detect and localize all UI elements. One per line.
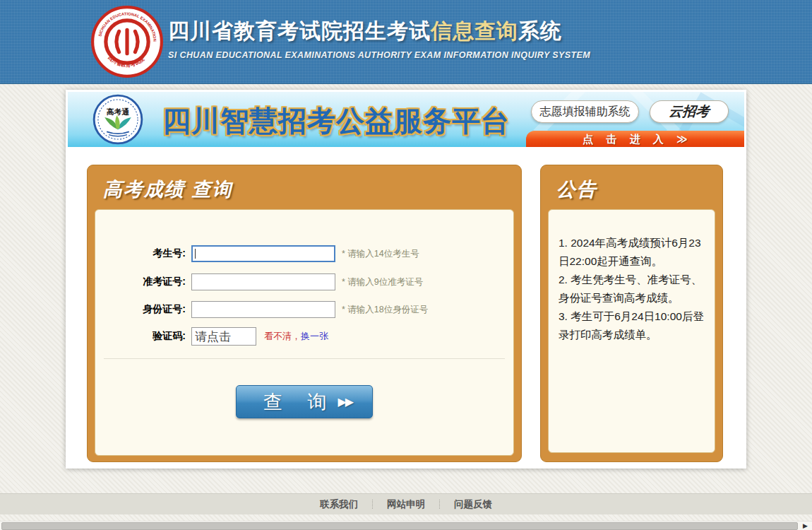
header-titles: 四川省教育考试院招生考试信息查询系统 SI CHUAN EDUCATIONAL … <box>168 17 590 60</box>
id-number-hint: * 请输入18位身份证号 <box>342 304 428 316</box>
query-panel-title: 高考成绩 查询 <box>88 165 521 202</box>
notice-line: 3. 考生可于6月24日10:00后登录打印高考成绩单。 <box>559 307 706 344</box>
candidate-number-hint: * 请输入14位考生号 <box>342 248 419 260</box>
notice-body: 1. 2024年高考成绩预计6月23日22:00起开通查询。 2. 考生凭考生号… <box>548 209 715 453</box>
form-separator <box>104 358 505 359</box>
id-number-row: 身份证号: * 请输入18位身份证号 <box>95 299 513 320</box>
site-subtitle: SI CHUAN EDUCATIONAL EXAMINATIONS AUTHOR… <box>168 50 590 60</box>
footer-link-contact-us[interactable]: 联系我们 <box>320 498 358 511</box>
title-highlight: 信息查询 <box>431 19 518 42</box>
footer: 联系我们 网站申明 问题反馈 <box>0 493 812 514</box>
platform-title: 四川智慧招考公益服务平台 <box>162 102 510 141</box>
page: SICHUAN EDUCATIONAL EXAMINATIONS AUTHORI… <box>0 0 812 530</box>
admission-ticket-label: 准考证号: <box>95 276 191 288</box>
notice-line: 1. 2024年高考成绩预计6月23日22:00起开通查询。 <box>559 234 706 271</box>
captcha-label: 验证码: <box>95 330 191 343</box>
captcha-row: 验证码: 请点击 看不清，换一张 <box>95 326 513 347</box>
platform-banner: 高考通 四川智慧招考公益服务平台 志愿填报辅助系统 云招考 点 击 进 入 ≫ <box>68 92 744 147</box>
notice-line: 2. 考生凭考生号、准考证号、身份证号查询高考成绩。 <box>559 271 706 307</box>
sichuan-exam-authority-seal-icon: SICHUAN EDUCATIONAL EXAMINATIONS AUTHORI… <box>90 5 164 78</box>
svg-text:高考通: 高考通 <box>107 107 130 116</box>
captcha-refresh-link[interactable]: 看不清，换一张 <box>264 330 328 343</box>
footer-divider <box>372 500 373 509</box>
content-wrapper: 高考通 四川智慧招考公益服务平台 志愿填报辅助系统 云招考 点 击 进 入 ≫ … <box>66 90 746 469</box>
scrollbar-thumb[interactable] <box>1 522 798 530</box>
site-header: SICHUAN EDUCATIONAL EXAMINATIONS AUTHORI… <box>0 0 812 84</box>
gaokaotong-logo-icon: 高考通 <box>92 94 143 145</box>
footer-link-site-statement[interactable]: 网站申明 <box>387 498 425 511</box>
footer-link-feedback[interactable]: 问题反馈 <box>454 498 492 511</box>
candidate-number-row: 考生号: * 请输入14位考生号 <box>95 243 513 264</box>
double-arrow-icon: ▶▶ <box>338 395 352 408</box>
admission-ticket-hint: * 请输入9位准考证号 <box>342 276 423 288</box>
double-chevron-icon: ≫ <box>676 133 688 145</box>
footer-divider <box>439 500 440 509</box>
candidate-number-input[interactable] <box>191 245 335 262</box>
notice-panel: 公告 1. 2024年高考成绩预计6月23日22:00起开通查询。 2. 考生凭… <box>540 165 723 462</box>
refresh-link-blue: 换一张 <box>301 331 328 341</box>
captcha-image[interactable]: 请点击 <box>191 327 256 346</box>
query-form: 考生号: * 请输入14位考生号 准考证号: * 请输入9位准考证号 身份证号:… <box>95 209 514 456</box>
query-submit-button[interactable]: 查 询 ▶▶ <box>236 385 373 418</box>
site-title: 四川省教育考试院招生考试信息查询系统 <box>168 17 590 46</box>
refresh-link-red: 看不清， <box>264 331 301 341</box>
id-number-input[interactable] <box>191 301 335 318</box>
admission-ticket-row: 准考证号: * 请输入9位准考证号 <box>95 271 513 293</box>
notice-panel-title: 公告 <box>541 165 722 202</box>
click-enter-bar[interactable]: 点 击 进 入 ≫ <box>526 131 744 147</box>
title-part1: 四川省教育考试院招生考试 <box>168 19 431 42</box>
enter-label: 点 击 进 入 <box>583 133 669 145</box>
candidate-number-label: 考生号: <box>95 247 191 260</box>
score-query-panel: 高考成绩 查询 考生号: * 请输入14位考生号 准考证号: * 请输入9位准考… <box>87 165 522 462</box>
cloud-exam-button[interactable]: 云招考 <box>649 100 729 123</box>
horizontal-scrollbar[interactable]: ▶ <box>0 521 812 530</box>
scroll-right-arrow-icon[interactable]: ▶ <box>800 522 811 530</box>
id-number-label: 身份证号: <box>95 303 191 316</box>
submit-label: 查 询 <box>263 389 337 415</box>
title-part2: 系统 <box>518 19 562 42</box>
volunteer-assist-system-button[interactable]: 志愿填报辅助系统 <box>531 100 639 123</box>
admission-ticket-input[interactable] <box>191 273 335 290</box>
